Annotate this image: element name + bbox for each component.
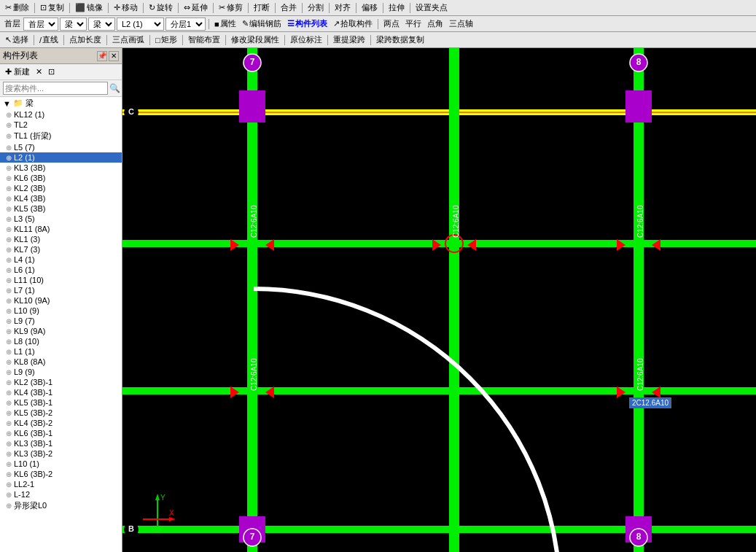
point-length-btn[interactable]: 点加长度 bbox=[67, 34, 104, 46]
tree-item-KL9(9A)[interactable]: ⊕ KL9 (9A) bbox=[0, 326, 122, 336]
smart-place-btn[interactable]: 智能布置 bbox=[186, 34, 222, 46]
component-icon: ⊕ bbox=[6, 378, 12, 386]
toolbar-stretch-btn[interactable]: 拉伸 bbox=[386, 1, 407, 14]
tree-item-label: KL3 (3B)-2 bbox=[14, 449, 52, 458]
tree-item-KL2(3B)[interactable]: ⊕ KL2 (3B) bbox=[0, 183, 122, 193]
modify-span-btn[interactable]: 修改梁段属性 bbox=[229, 34, 281, 46]
tree-item-L1(1)[interactable]: ⊕ L1 (1) bbox=[0, 346, 122, 357]
pin-icon[interactable]: 📌 bbox=[97, 51, 107, 61]
copy-span-btn[interactable]: 梁跨数据复制 bbox=[374, 34, 426, 46]
tree-group-梁[interactable]: ▼ 📁 梁 bbox=[0, 97, 122, 109]
tree-item-KL4(3B)-1[interactable]: ⊕ KL4 (3B)-1 bbox=[0, 387, 122, 397]
tree-item-KL2(3B)-1[interactable]: ⊕ KL2 (3B)-1 bbox=[0, 377, 122, 387]
component-icon: ⊕ bbox=[6, 338, 12, 346]
tree-item-KL10(9A)[interactable]: ⊕ KL10 (9A) bbox=[0, 295, 122, 306]
inplace-label-btn[interactable]: 原位标注 bbox=[288, 34, 324, 46]
tree-item-L2(1)[interactable]: ⊕ L2 (1) bbox=[0, 152, 122, 163]
tree-area[interactable]: ▼ 📁 梁⊕ KL12 (1)⊕ TL2⊕ TL1 (折梁)⊕ L5 (7)⊕ … bbox=[0, 97, 122, 552]
tree-item-L4(1)[interactable]: ⊕ L4 (1) bbox=[0, 254, 122, 265]
tree-item-L9(9)[interactable]: ⊕ L9 (9) bbox=[0, 367, 122, 377]
component-list-btn[interactable]: ☰ 构件列表 bbox=[285, 18, 330, 30]
edit-rebar-btn[interactable]: ✎ 编辑钢筋 bbox=[240, 18, 284, 30]
canvas-area[interactable]: 2C12.6A10 Y X bbox=[122, 48, 756, 552]
tree-item-L8(10)[interactable]: ⊕ L8 (10) bbox=[0, 336, 122, 346]
tree-item-KL12(1)[interactable]: ⊕ KL12 (1) bbox=[0, 109, 122, 120]
tree-item-L10(9)[interactable]: ⊕ L10 (9) bbox=[0, 306, 122, 316]
toolbar-rotate-btn[interactable]: ↻ 旋转 bbox=[147, 1, 175, 14]
tree-item-KL8(8A)[interactable]: ⊕ KL8 (8A) bbox=[0, 357, 122, 367]
toolbar-merge-btn[interactable]: 合并 bbox=[278, 1, 299, 14]
component-icon: ⊕ bbox=[6, 368, 12, 376]
tree-item-KL3(3B)[interactable]: ⊕ KL3 (3B) bbox=[0, 163, 122, 173]
property-btn[interactable]: ■ 属性 bbox=[212, 18, 238, 30]
twopoints-btn[interactable]: 两点 bbox=[381, 18, 402, 30]
parallel-btn[interactable]: 平行 bbox=[403, 18, 424, 30]
type2-select[interactable]: 梁 bbox=[88, 18, 115, 31]
toolbar-extend-btn[interactable]: ⇔ 延伸 bbox=[182, 1, 210, 14]
tree-item-KL1(3)[interactable]: ⊕ KL1 (3) bbox=[0, 234, 122, 244]
pick-component-btn[interactable]: ↗ 拾取构件 bbox=[331, 18, 375, 30]
toolbar-break-btn[interactable]: 打断 bbox=[252, 1, 272, 14]
tree-item-L6(1)[interactable]: ⊕ L6 (1) bbox=[0, 265, 122, 275]
search-btn[interactable]: 🔍 bbox=[108, 83, 122, 93]
tree-item-TL1(折梁)[interactable]: ⊕ TL1 (折梁) bbox=[0, 130, 122, 142]
tree-item-KL11(8A)[interactable]: ⊕ KL11 (8A) bbox=[0, 224, 122, 234]
tree-item-异形梁L0[interactable]: ⊕ 异形梁L0 bbox=[0, 499, 122, 512]
line-btn[interactable]: / 直线 bbox=[37, 34, 61, 46]
arc-btn[interactable]: 三点画弧 bbox=[110, 34, 147, 46]
toolbar-copy-btn[interactable]: ⊡ 复制 bbox=[38, 1, 66, 14]
main-canvas[interactable] bbox=[122, 48, 756, 552]
copy-item-btn[interactable]: ⊡ bbox=[46, 66, 57, 77]
tree-item-KL3(3B)-2[interactable]: ⊕ KL3 (3B)-2 bbox=[0, 448, 122, 459]
tree-item-L7(1)[interactable]: ⊕ L7 (1) bbox=[0, 285, 122, 295]
component-icon: ⊕ bbox=[6, 205, 12, 213]
tree-item-LL2-1[interactable]: ⊕ LL2-1 bbox=[0, 479, 122, 489]
tree-item-L3(5)[interactable]: ⊕ L3 (5) bbox=[0, 214, 122, 224]
tree-item-KL5(3B)-1[interactable]: ⊕ KL5 (3B)-1 bbox=[0, 397, 122, 408]
tree-item-KL6(3B)[interactable]: ⊕ KL6 (3B) bbox=[0, 173, 122, 183]
tree-item-L5(7)[interactable]: ⊕ L5 (7) bbox=[0, 142, 122, 152]
close-panel-icon[interactable]: ✕ bbox=[109, 51, 119, 61]
three-axis-btn[interactable]: 三点轴 bbox=[447, 18, 475, 30]
floor-select[interactable]: 首层 bbox=[23, 18, 58, 31]
angle-btn[interactable]: 点角 bbox=[425, 18, 445, 30]
rect-btn[interactable]: □ 矩形 bbox=[153, 34, 179, 46]
component-icon: ⊕ bbox=[6, 389, 12, 397]
tree-item-TL2[interactable]: ⊕ TL2 bbox=[0, 120, 122, 130]
layer-select[interactable]: 分层1 bbox=[165, 18, 206, 31]
toolbar-mirror-btn[interactable]: ⬛ 镜像 bbox=[73, 1, 105, 14]
id-select[interactable]: L2 (1) bbox=[117, 18, 164, 31]
new-btn[interactable]: ✚ 新建 bbox=[3, 66, 32, 78]
select-btn[interactable]: ↖ 选择 bbox=[3, 34, 31, 46]
tree-item-label: L5 (7) bbox=[14, 143, 35, 152]
trim-icon: ✂ bbox=[219, 3, 225, 12]
tree-item-label: L-12 bbox=[14, 490, 30, 499]
search-input[interactable] bbox=[3, 82, 108, 95]
annotation-box: 2C12.6A10 bbox=[629, 397, 671, 408]
tree-item-KL4(3B)[interactable]: ⊕ KL4 (3B) bbox=[0, 193, 122, 203]
re-span-btn[interactable]: 重提梁跨 bbox=[331, 34, 367, 46]
delete-item-btn[interactable]: ✕ bbox=[34, 66, 44, 77]
toolbar-offset-btn[interactable]: 偏移 bbox=[359, 1, 380, 14]
type1-select[interactable]: 梁 bbox=[60, 18, 87, 31]
toolbar-move-btn[interactable]: ✛ 移动 bbox=[112, 1, 140, 14]
component-icon: ⊕ bbox=[6, 440, 12, 448]
tree-item-KL3(3B)-1[interactable]: ⊕ KL3 (3B)-1 bbox=[0, 438, 122, 448]
tree-item-label: KL11 (8A) bbox=[14, 225, 50, 233]
tree-item-L-12[interactable]: ⊕ L-12 bbox=[0, 489, 122, 499]
tree-item-KL6(3B)-1[interactable]: ⊕ KL6 (3B)-1 bbox=[0, 428, 122, 438]
toolbar-trim-btn[interactable]: ✂ 修剪 bbox=[217, 1, 245, 14]
panel-title: 构件列表 bbox=[3, 50, 97, 62]
tree-item-L11(10)[interactable]: ⊕ L11 (10) bbox=[0, 275, 122, 285]
toolbar-delete-btn[interactable]: ✂ 删除 bbox=[3, 1, 31, 14]
tree-item-KL7(3)[interactable]: ⊕ KL7 (3) bbox=[0, 244, 122, 254]
toolbar-align-btn[interactable]: 对齐 bbox=[332, 1, 353, 14]
tree-item-KL5(3B)[interactable]: ⊕ KL5 (3B) bbox=[0, 203, 122, 214]
tree-item-KL5(3B)-2[interactable]: ⊕ KL5 (3B)-2 bbox=[0, 408, 122, 418]
tree-item-KL6(3B)-2[interactable]: ⊕ KL6 (3B)-2 bbox=[0, 469, 122, 479]
tree-item-L10(1)[interactable]: ⊕ L10 (1) bbox=[0, 459, 122, 469]
toolbar-setgrip-btn[interactable]: 设置夹点 bbox=[413, 1, 450, 14]
tree-item-KL4(3B)-2[interactable]: ⊕ KL4 (3B)-2 bbox=[0, 418, 122, 428]
toolbar-split-btn[interactable]: 分割 bbox=[305, 1, 326, 14]
tree-item-L9(7)[interactable]: ⊕ L9 (7) bbox=[0, 316, 122, 326]
